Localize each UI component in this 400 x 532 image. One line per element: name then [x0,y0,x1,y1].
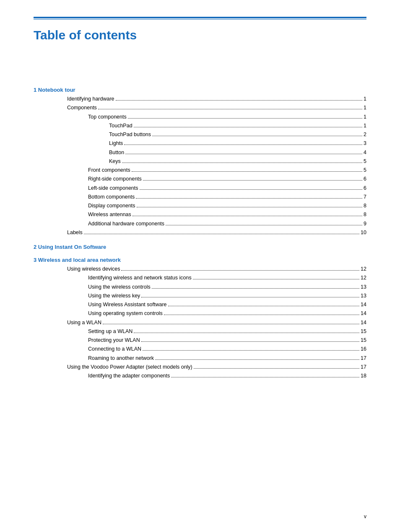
toc-entry: Wireless antennas 8 [34,210,366,219]
toc-entry: Top components 1 [34,113,366,121]
toc-entry: Button 4 [34,148,366,157]
page-title: Table of contents [34,28,366,42]
toc-entry: Left-side components 6 [34,184,366,193]
toc-entry: Additional hardware components 9 [34,220,366,228]
toc-entry: Identifying hardware 1 [34,95,366,103]
toc-entry: Identifying the adapter components 18 [34,372,366,380]
toc-entry: Components 1 [34,103,366,112]
toc-entry: Using wireless devices 12 [34,265,366,274]
toc-entry: Using the wireless key 13 [34,292,366,300]
toc-entry: Bottom components 7 [34,193,366,201]
toc-entry: TouchPad buttons 2 [34,130,366,139]
toc-entry: Using the wireless controls 13 [34,283,366,292]
toc-entry: Using a WLAN 14 [34,318,366,327]
toc-entry: Lights 3 [34,139,366,148]
toc-entry: Protecting your WLAN 15 [34,336,366,345]
second-border [34,19,366,20]
page-footer: v [364,514,366,519]
toc-entry: Using the Voodoo Power Adapter (select m… [34,363,366,372]
toc-entry: TouchPad 1 [34,121,366,130]
page: Table of contents 1 Notebook tour Identi… [0,0,400,532]
toc-entry: Front components 5 [34,166,366,175]
toc-entry: Keys 5 [34,157,366,166]
section-3-heading[interactable]: 3 Wireless and local area network [34,257,366,263]
top-border [34,17,366,18]
spacer [34,46,366,80]
toc-entry: Display components 8 [34,201,366,210]
section-3: 3 Wireless and local area network Using … [34,257,366,380]
toc-entry: Connecting to a WLAN 16 [34,345,366,354]
toc-entry: Right-side components 6 [34,175,366,183]
toc-entry: Roaming to another network 17 [34,354,366,363]
toc-entry: Using operating system controls 14 [34,309,366,318]
toc-entry: Identifying wireless and network status … [34,274,366,282]
section-2: 2 Using Instant On Software [34,244,366,250]
toc-entry: Labels 10 [34,228,366,237]
section-1: 1 Notebook tour Identifying hardware 1 C… [34,87,366,237]
section-1-heading[interactable]: 1 Notebook tour [34,87,366,93]
toc-entry: Setting up a WLAN 15 [34,327,366,336]
toc-entry: Using Wireless Assistant software 14 [34,300,366,309]
section-2-heading[interactable]: 2 Using Instant On Software [34,244,366,250]
